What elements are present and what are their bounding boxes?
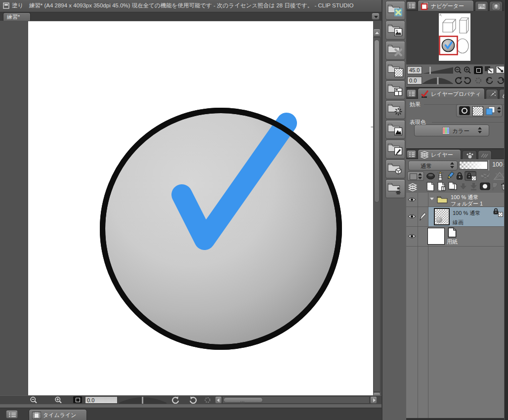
material-tone-button[interactable]	[385, 61, 405, 80]
rotate-ccw-button[interactable]	[171, 396, 179, 404]
clipping-oval-toggle[interactable]	[426, 172, 435, 180]
spinner-down-icon	[418, 177, 422, 179]
opacity-value[interactable]: 100	[491, 161, 503, 168]
lock-transparent-toggle[interactable]	[465, 171, 476, 181]
brush-effect-tab[interactable]	[486, 89, 498, 99]
material-3d-button[interactable]	[385, 160, 405, 178]
canvas-tab-list-button[interactable]	[372, 13, 380, 20]
zoom-out-button[interactable]	[30, 396, 38, 404]
navigator-fit-button[interactable]	[474, 66, 483, 74]
layer-name[interactable]: 用紙	[447, 238, 458, 246]
material-effect-lines-button[interactable]	[385, 100, 405, 119]
navigator-zoom-slider[interactable]	[423, 66, 453, 74]
opacity-slider[interactable]	[459, 161, 488, 169]
navigator-flip-rotate-left-button[interactable]	[485, 77, 494, 84]
navigator-preview-drawing	[439, 13, 470, 61]
canvas-vscroll-up-button[interactable]	[373, 29, 381, 37]
canvas-hscrollbar[interactable]	[222, 396, 370, 404]
layer-tab-label: レイヤー	[431, 151, 453, 159]
paper-thumbnail[interactable]	[427, 228, 445, 245]
layer-name[interactable]: フォルダー 1	[451, 200, 483, 208]
rgb-stripes-icon	[442, 127, 450, 134]
material-image-pattern-button[interactable]	[385, 21, 405, 40]
create-layer-mask-button[interactable]	[480, 182, 490, 190]
layer-row-folder[interactable]: 100 % 通常 フォルダー 1	[406, 193, 508, 207]
blend-mode-dropdown[interactable]: 通常	[408, 161, 458, 170]
layer-property-tab[interactable]: レイヤープロパティ	[418, 88, 485, 99]
navigator-tab[interactable]: ナビゲーター	[418, 0, 474, 11]
canvas-hscroll-left-button[interactable]	[215, 396, 222, 404]
layer-lock-badge	[493, 208, 504, 217]
layer-name[interactable]: 線画	[453, 219, 464, 226]
material-color-pattern-button[interactable]	[385, 1, 405, 20]
reference-layer-toggle[interactable]	[437, 171, 444, 181]
item-bank-tab[interactable]	[489, 1, 503, 11]
new-vector-layer-button[interactable]	[437, 182, 446, 191]
spinner-up-icon[interactable]	[497, 107, 501, 109]
strokes-icon	[481, 153, 489, 158]
material-pen-button[interactable]	[385, 140, 405, 159]
new-layer-folder-button[interactable]	[448, 182, 458, 191]
border-effect-toggle[interactable]	[459, 106, 470, 115]
expression-color-dropdown[interactable]: カラー	[414, 125, 489, 136]
navigator-reset-rotation-button[interactable]	[474, 77, 482, 84]
navigator-zoom-in-button[interactable]	[464, 66, 471, 74]
tone-toggle[interactable]	[472, 106, 483, 116]
flip-horizontal-button[interactable]	[484, 66, 494, 74]
canvas-hscroll-right-button[interactable]	[370, 396, 377, 404]
collapse-triangle-icon[interactable]	[430, 198, 434, 200]
navigator-preview[interactable]	[406, 11, 508, 64]
draft-layer-toggle[interactable]	[446, 171, 455, 181]
lock-layer-toggle[interactable]	[456, 171, 464, 180]
eye-icon[interactable]	[408, 213, 416, 219]
canvas-vscroll-thumb[interactable]	[374, 40, 380, 203]
navigator-rotate-ccw-button[interactable]	[454, 77, 463, 84]
navigator-menu-button[interactable]	[407, 1, 416, 9]
canvas-rotation-value[interactable]: 0.0	[85, 396, 118, 404]
layer-extra-tab[interactable]	[478, 150, 492, 159]
zoom-in-button[interactable]	[54, 396, 62, 404]
layer-tab-bar: レイヤー	[406, 149, 508, 159]
navigator-rotation-value[interactable]: 0.0	[407, 77, 422, 84]
layer-color-toggle[interactable]	[485, 106, 496, 116]
timeline-menu-button[interactable]	[6, 410, 18, 419]
fit-icon	[76, 398, 80, 402]
canvas-tab[interactable]: 練習*	[3, 12, 31, 21]
timeline-tab[interactable]: タイムライン	[29, 409, 87, 420]
palette-color-dropdown[interactable]	[407, 171, 424, 181]
layer-row-selected[interactable]: 100 % 通常 線画	[406, 207, 508, 227]
layer-row-paper[interactable]: 用紙	[406, 227, 508, 247]
layer-thumbnail[interactable]	[434, 208, 450, 225]
layer-search-tab[interactable]	[462, 150, 477, 159]
layer-list: 100 % 通常 フォルダー 1 100 % 通常 線画	[406, 193, 508, 418]
navigator-rotate-cw-button[interactable]	[464, 77, 472, 84]
canvas-hscroll-thumb[interactable]	[223, 397, 263, 403]
enable-mask-toggle[interactable]	[479, 171, 491, 180]
canvas-rotation-slider[interactable]	[119, 396, 167, 404]
navigator-zoom-value[interactable]: 45.0	[407, 66, 422, 74]
transfer-to-lower-button[interactable]	[459, 182, 467, 191]
paper-icon	[447, 227, 458, 238]
material-image-button[interactable]	[385, 120, 405, 139]
rotate-cw-button[interactable]	[189, 396, 198, 404]
new-raster-layer-button[interactable]	[426, 182, 435, 191]
subview-tab[interactable]	[475, 1, 488, 11]
canvas-area	[0, 21, 381, 395]
material-monochrome-pattern-button[interactable]	[385, 41, 405, 60]
merge-with-lower-button[interactable]	[469, 182, 478, 191]
navigator-rotation-slider[interactable]	[423, 77, 453, 84]
fit-to-window-button[interactable]	[73, 396, 82, 403]
reset-rotation-button[interactable]	[204, 396, 212, 404]
eye-icon[interactable]	[408, 197, 416, 203]
navigator-zoom-out-button[interactable]	[454, 66, 462, 74]
eye-icon[interactable]	[408, 233, 416, 239]
apply-mask-button[interactable]	[491, 182, 499, 191]
material-pose-button[interactable]	[385, 179, 405, 198]
spinner-down-icon[interactable]	[497, 111, 501, 113]
layer-property-menu-button[interactable]	[407, 89, 416, 97]
canvas-vscrollbar[interactable]	[373, 37, 381, 392]
material-layout-template-button[interactable]	[385, 81, 405, 99]
layer-menu-button[interactable]	[407, 150, 416, 158]
canvas-page[interactable]	[28, 21, 373, 395]
layer-tab[interactable]: レイヤー	[418, 149, 461, 159]
